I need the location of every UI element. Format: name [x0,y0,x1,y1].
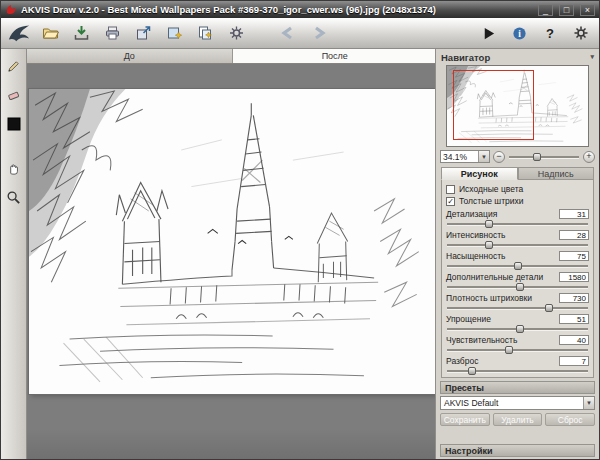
param-simplification: Упрощение51 [446,313,589,333]
run-button[interactable] [476,21,500,45]
param-label: Интенсивность [446,230,506,240]
param-value-input[interactable]: 730 [559,293,589,303]
parameters-box: Исходные цвета ✓ Толстые штрихи Детализа… [441,180,594,378]
thick-strokes-checkbox[interactable]: ✓ [446,197,455,206]
slider-thumb[interactable] [514,262,522,270]
batch-process-button[interactable] [162,21,186,45]
preset-dropdown[interactable]: AKVIS Default ▼ [440,396,595,410]
redo-arrow-icon[interactable] [307,21,331,45]
chevron-down-icon[interactable]: ▼ [583,397,594,409]
param-slider[interactable] [447,324,588,333]
before-after-tabs: До После [27,49,437,64]
slider-thumb[interactable] [485,220,493,228]
param-label: Чувствительность [446,335,517,345]
param-additional-details: Дополнительные детали1580 [446,271,589,291]
collapse-icon[interactable]: ▾ [590,53,594,61]
param-slider[interactable] [447,219,588,228]
param-hatching-density: Плотность штриховки730 [446,292,589,312]
akvis-eagle-logo [7,21,31,45]
param-label: Плотность штриховки [446,293,532,303]
tab-before[interactable]: До [27,49,233,63]
param-intensity: Интенсивность28 [446,229,589,249]
info-button[interactable]: i [507,21,531,45]
slider-thumb[interactable] [516,283,524,291]
canvas-area: До После [27,49,437,459]
open-button[interactable] [38,21,62,45]
param-value-input[interactable]: 1580 [559,272,589,282]
param-slider[interactable] [447,303,588,312]
zoom-in-button[interactable]: + [583,151,595,163]
sketch-image [29,89,435,394]
reset-preset-button[interactable]: Сброс [545,413,595,426]
navigator-header: Навигатор ▾ [440,51,595,63]
param-slider[interactable] [447,282,588,291]
maximize-button[interactable]: □ [559,4,574,16]
color-swatch[interactable] [4,114,24,134]
share-button[interactable] [131,21,155,45]
param-slider[interactable] [447,261,588,270]
slider-thumb[interactable] [485,241,493,249]
param-slider[interactable] [447,240,588,249]
close-button[interactable]: × [580,4,595,16]
parameter-tabs: Рисунок Надпись [440,167,595,180]
save-preset-button[interactable]: Сохранить [440,413,490,426]
slider-thumb[interactable] [545,304,553,312]
zoom-slider-thumb[interactable] [533,153,541,161]
param-sensitivity: Чувствительность40 [446,334,589,354]
param-label: Насыщенность [446,251,506,261]
param-label: Упрощение [446,314,491,324]
undo-arrow-icon[interactable] [276,21,300,45]
eraser-tool[interactable] [4,85,24,105]
preferences-gear-button[interactable] [569,21,593,45]
title-bar[interactable]: AKVIS Draw v.2.0 - Best Mixed Wallpapers… [1,1,599,18]
navigator-title: Навигатор [441,52,490,63]
param-value-input[interactable]: 75 [559,251,589,261]
param-slider[interactable] [447,345,588,354]
slider-thumb[interactable] [505,346,513,354]
zoom-tool[interactable] [4,187,24,207]
checkbox-label: Исходные цвета [459,184,523,194]
settings-panel: Навигатор ▾ 34.1% ▼ − + Рисунок Надпись [435,49,599,459]
slider-thumb[interactable] [516,325,524,333]
zoom-out-button[interactable]: − [493,151,505,163]
zoom-controls: 34.1% ▼ − + [440,150,595,163]
navigator-view-frame[interactable] [453,70,535,140]
param-slider[interactable] [447,366,588,375]
param-label: Дополнительные детали [446,272,543,282]
print-button[interactable] [100,21,124,45]
tab-after[interactable]: После [233,49,438,63]
tab-text[interactable]: Надпись [518,167,595,180]
tab-drawing[interactable]: Рисунок [441,167,518,180]
param-scatter: Разброс7 [446,355,589,375]
navigator-thumbnail[interactable] [446,65,589,147]
save-button[interactable] [69,21,93,45]
delete-preset-button[interactable]: Удалить [493,413,543,426]
param-value-input[interactable]: 51 [559,314,589,324]
app-window: AKVIS Draw v.2.0 - Best Mixed Wallpapers… [0,0,600,460]
param-value-input[interactable]: 7 [559,356,589,366]
checkbox-row: ✓ Толстые штрихи [446,195,589,207]
tools-panel [1,49,27,459]
hand-tool[interactable] [4,158,24,178]
zoom-slider[interactable] [508,151,580,163]
preset-buttons: Сохранить Удалить Сброс [440,413,595,426]
presets-header[interactable]: Пресеты [440,381,595,394]
window-title: AKVIS Draw v.2.0 - Best Mixed Wallpapers… [21,4,532,15]
zoom-value: 34.1% [441,152,478,162]
settings-section-header[interactable]: Настройки [440,444,595,457]
slider-thumb[interactable] [468,367,476,375]
help-button[interactable]: ? [538,21,562,45]
minimize-button[interactable]: _ [538,4,553,16]
param-label: Разброс [446,356,478,366]
quick-process-button[interactable] [193,21,217,45]
param-value-input[interactable]: 28 [559,230,589,240]
zoom-combobox[interactable]: 34.1% ▼ [440,150,490,163]
main-toolbar: i ? [1,18,599,49]
param-value-input[interactable]: 40 [559,335,589,345]
chevron-down-icon[interactable]: ▼ [478,151,489,162]
preset-selected: AKVIS Default [441,398,583,408]
original-colors-checkbox[interactable] [446,185,455,194]
pencil-tool[interactable] [4,56,24,76]
param-value-input[interactable]: 31 [559,209,589,219]
effects-gear-button[interactable] [224,21,248,45]
